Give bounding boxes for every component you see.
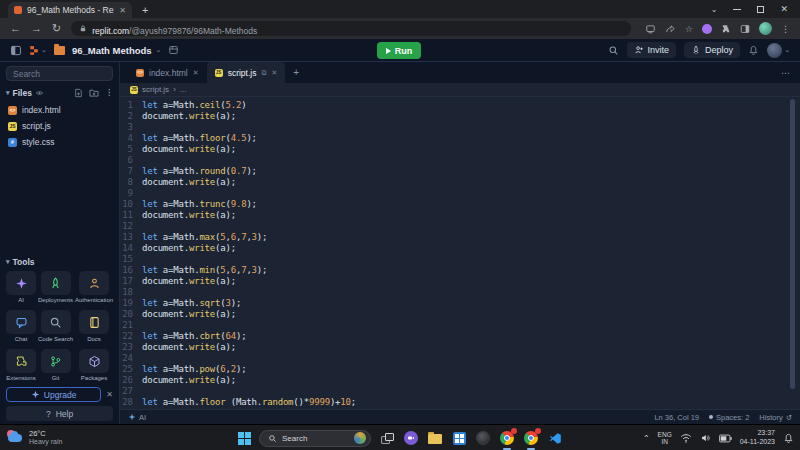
taskbar-search[interactable]: Search <box>259 430 371 447</box>
side-panel-icon[interactable] <box>740 24 750 34</box>
close-tab-icon[interactable]: ✕ <box>271 69 277 77</box>
hidden-files-eye-icon[interactable] <box>35 89 44 97</box>
sidebar-toggle-icon[interactable] <box>10 45 22 56</box>
code-line-12[interactable]: 12 <box>120 221 800 232</box>
new-file-icon[interactable] <box>74 88 83 98</box>
help-button[interactable]: ? Help <box>6 406 113 421</box>
chrome-icon[interactable] <box>499 430 515 446</box>
history-button[interactable]: History ↺ <box>759 413 792 422</box>
code-line-5[interactable]: 5 document.write(a); <box>120 144 800 155</box>
tool-deployments[interactable]: Deployments <box>38 271 73 303</box>
new-tab-icon[interactable]: + <box>142 4 148 16</box>
invite-button[interactable]: Invite <box>627 42 677 58</box>
indentation-setting[interactable]: Spaces: 2 <box>709 413 749 422</box>
window-chevron-icon[interactable]: ⌄ <box>711 5 718 14</box>
code-line-24[interactable]: 24 <box>120 353 800 364</box>
clock-widget[interactable]: 23:37 04-11-2023 <box>740 429 775 447</box>
browser-profile-avatar[interactable] <box>759 22 772 35</box>
deploy-button[interactable]: Deploy <box>684 42 740 58</box>
vscode-icon[interactable] <box>547 430 563 446</box>
code-line-28[interactable]: 28 let a=Math.floor (Math.random()*9999)… <box>120 397 800 408</box>
code-line-16[interactable]: 16 let a=Math.min(5,6,7,3); <box>120 265 800 276</box>
language-indicator[interactable]: ENG IN <box>658 431 672 446</box>
code-line-21[interactable]: 21 <box>120 320 800 331</box>
extension-avatar-icon[interactable] <box>702 24 712 34</box>
code-line-11[interactable]: 11 document.write(a); <box>120 210 800 221</box>
wifi-icon[interactable] <box>680 433 692 443</box>
upgrade-button[interactable]: Upgrade <box>6 387 101 402</box>
code-line-7[interactable]: 7 let a=Math.round(0.7); <box>120 166 800 177</box>
close-tab-icon[interactable]: ✕ <box>193 69 199 77</box>
replit-logo-menu[interactable]: ⌄ <box>29 45 47 56</box>
file-item-script.js[interactable]: JS script.js <box>6 118 113 134</box>
code-line-4[interactable]: 4 let a=Math.floor(4.5); <box>120 133 800 144</box>
browser-tab[interactable]: 96_Math Methods - Replit ✕ <box>8 2 132 18</box>
maximize-icon[interactable] <box>757 6 764 13</box>
tool-docs[interactable]: Docs <box>75 310 113 342</box>
notification-bell-icon[interactable] <box>783 433 794 444</box>
run-button[interactable]: Run <box>377 42 421 59</box>
code-line-20[interactable]: 20 document.write(a); <box>120 309 800 320</box>
tool-extensions[interactable]: Extensions <box>6 349 36 381</box>
code-line-17[interactable]: 17 document.write(a); <box>120 276 800 287</box>
minimize-icon[interactable] <box>733 9 741 10</box>
files-menu-icon[interactable]: ⋮ <box>105 88 113 98</box>
tool-git[interactable]: Git <box>38 349 73 381</box>
tools-section-header[interactable]: ▾ Tools <box>6 257 113 267</box>
code-line-3[interactable]: 3 <box>120 122 800 133</box>
reload-icon[interactable]: ↻ <box>52 23 61 34</box>
address-bar[interactable]: replit.com/@ayush979876/96Math-Methods <box>71 21 631 36</box>
weather-widget[interactable]: 26°C Heavy rain <box>0 429 62 446</box>
tool-chat[interactable]: Chat <box>6 310 36 342</box>
start-button-icon[interactable] <box>238 432 251 445</box>
tab-close-icon[interactable]: ✕ <box>119 6 126 15</box>
tray-expand-icon[interactable]: ⌃ <box>643 434 650 443</box>
code-line-2[interactable]: 2 document.write(a); <box>120 111 800 122</box>
code-line-9[interactable]: 9 <box>120 188 800 199</box>
code-line-10[interactable]: 10 let a=Math.trunc(9.8); <box>120 199 800 210</box>
microsoft-store-icon[interactable] <box>451 430 467 446</box>
new-folder-icon[interactable] <box>89 88 99 98</box>
code-line-15[interactable]: 15 <box>120 254 800 265</box>
account-menu[interactable]: ⌄ <box>767 43 790 58</box>
code-line-23[interactable]: 23 document.write(a); <box>120 342 800 353</box>
code-line-22[interactable]: 22 let a=Math.cbrt(64); <box>120 331 800 342</box>
dismiss-upgrade-icon[interactable]: ✕ <box>106 390 113 399</box>
back-icon[interactable]: ← <box>10 23 21 34</box>
tool-authentication[interactable]: Authentication <box>75 271 113 303</box>
code-line-27[interactable]: 27 <box>120 386 800 397</box>
file-item-index.html[interactable]: <> index.html <box>6 102 113 118</box>
code-line-1[interactable]: 1 let a=Math.ceil(5.2) <box>120 100 800 111</box>
header-search-icon[interactable] <box>608 45 619 56</box>
tool-code-search[interactable]: Code Search <box>38 310 73 342</box>
code-line-6[interactable]: 6 <box>120 155 800 166</box>
new-editor-tab-icon[interactable]: + <box>293 67 299 78</box>
code-line-26[interactable]: 26 document.write(a); <box>120 375 800 386</box>
code-line-25[interactable]: 25 let a=Math.pow(6,2); <box>120 364 800 375</box>
files-section-header[interactable]: ▾ Files ⋮ <box>6 88 113 98</box>
code-line-18[interactable]: 18 <box>120 287 800 298</box>
cast-icon[interactable] <box>645 24 656 34</box>
task-view-icon[interactable] <box>379 430 395 446</box>
forward-icon[interactable]: → <box>31 23 42 34</box>
code-line-13[interactable]: 13 let a=Math.max(5,6,7,3); <box>120 232 800 243</box>
code-line-14[interactable]: 14 document.write(a); <box>120 243 800 254</box>
editor-tab-script.js[interactable]: JS script.js ⧉ ✕ <box>207 62 286 83</box>
close-window-icon[interactable]: ✕ <box>780 4 788 14</box>
editor-tab-index.html[interactable]: <> index.html ✕ <box>128 62 207 83</box>
cursor-position[interactable]: Ln 36, Col 19 <box>654 413 699 422</box>
sidebar-search-input[interactable]: Search <box>6 66 113 81</box>
project-name-menu[interactable]: 96_Math Methods ⌄ <box>72 45 162 56</box>
share-icon[interactable] <box>665 24 676 34</box>
browser-menu-icon[interactable]: ⋮ <box>781 24 790 34</box>
editor-scrollbar[interactable] <box>790 99 795 389</box>
code-editor[interactable]: 1 let a=Math.ceil(5.2) 2 document.write(… <box>120 97 800 409</box>
extensions-puzzle-icon[interactable] <box>721 24 731 34</box>
code-line-19[interactable]: 19 let a=Math.sqrt(3); <box>120 298 800 309</box>
code-line-8[interactable]: 8 document.write(a); <box>120 177 800 188</box>
file-explorer-icon[interactable] <box>427 430 443 446</box>
ai-status-button[interactable]: AI <box>128 413 146 422</box>
volume-icon[interactable] <box>700 433 711 443</box>
video-meeting-app-icon[interactable] <box>403 430 419 446</box>
battery-icon[interactable] <box>719 434 732 443</box>
